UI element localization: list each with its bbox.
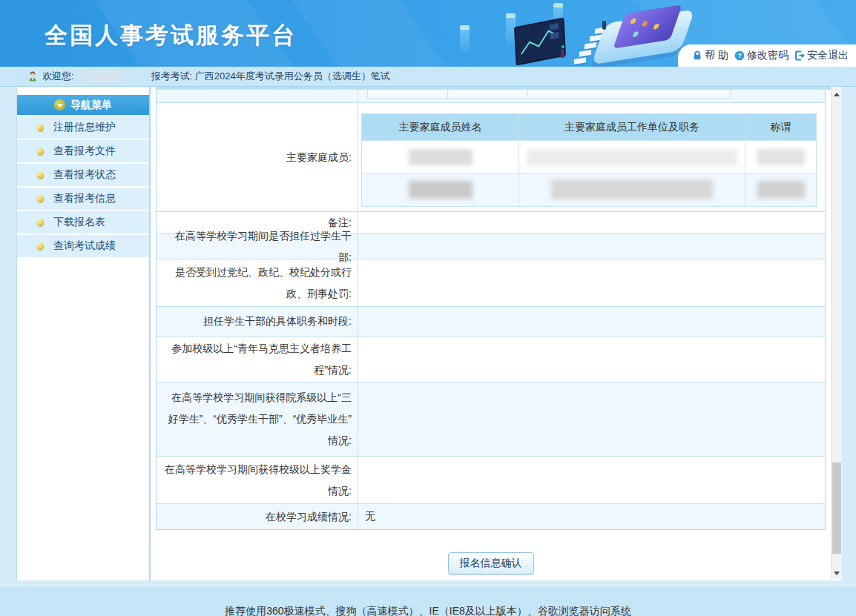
- logout-link[interactable]: 安全退出: [794, 49, 849, 62]
- site-header: 全国人事考试服务平台 帮 助 ? 修改密码 安全退出: [0, 0, 856, 67]
- family-member-row: [362, 173, 816, 206]
- lock-icon: [692, 50, 702, 61]
- member-workunit-redacted: [527, 149, 737, 165]
- row-label: 是否受到过党纪、政纪、校纪处分或行政、刑事处罚:: [157, 259, 358, 306]
- header-illustration: [444, 0, 681, 67]
- member-name-redacted: [409, 181, 473, 199]
- logout-icon: [794, 50, 805, 61]
- table-row-student-cadre: 在高等学校学习期间是否担任过学生干部:: [157, 234, 825, 259]
- sidebar-item-view-application-status[interactable]: 查看报考状态: [17, 164, 149, 186]
- bullet-icon: [37, 196, 44, 202]
- button-bar: 报名信息确认: [156, 552, 826, 574]
- table-row-academic-record: 在校学习成绩情况: 无: [157, 504, 825, 529]
- row-label: 参加校级以上“青年马克思主义者培养工程”情况:: [157, 337, 358, 382]
- bullet-icon: [37, 243, 44, 250]
- application-form-table: 主要家庭成员: 主要家庭成员姓名 主要家庭成员工作单位及职务 称谓: [156, 90, 826, 530]
- question-icon: ?: [734, 50, 745, 61]
- bullet-icon: [37, 148, 44, 155]
- member-relation-redacted: [757, 149, 805, 165]
- row-label: 主要家庭成员:: [157, 103, 358, 211]
- member-name-redacted: [409, 149, 473, 165]
- user-avatar-icon: [27, 70, 39, 82]
- row-value: 无: [358, 504, 825, 529]
- row-label: 担任学生干部的具体职务和时段:: [157, 307, 358, 336]
- illustration-person: [561, 49, 564, 58]
- arrow-down-icon: [834, 572, 840, 575]
- row-value: [358, 307, 825, 336]
- illustration-person: [602, 21, 606, 30]
- bullet-icon: [37, 219, 44, 226]
- scrollbar-up-button[interactable]: [832, 88, 842, 100]
- scrollbar-down-button[interactable]: [832, 567, 842, 579]
- member-workunit-redacted: [551, 180, 713, 199]
- row-value: [358, 457, 825, 503]
- row-label: 在高等学校学习期间是否担任过学生干部:: [157, 234, 358, 259]
- table-row-honor-awards: 在高等学校学习期间获得院系级以上“三好学生”、“优秀学生干部”、“优秀毕业生”情…: [157, 382, 825, 457]
- row-value: [358, 382, 825, 456]
- table-row-scholarship: 在高等学校学习期间获得校级以上奖学金情况:: [157, 457, 825, 504]
- member-relation-redacted: [757, 181, 805, 199]
- confirm-registration-button[interactable]: 报名信息确认: [448, 552, 534, 574]
- help-link[interactable]: 帮 助: [692, 49, 728, 62]
- row-value: [358, 234, 825, 259]
- svg-text:?: ?: [737, 52, 742, 59]
- main-area: 导航菜单 注册信息维护 查看报考文件 查看报考状态 查看报考信息 下载报名表: [0, 87, 856, 580]
- sidebar-item-download-registration-form[interactable]: 下载报名表: [17, 211, 149, 234]
- welcome-bar: 欢迎您: 报考考试: 广西2024年度考试录用公务员（选调生）笔试: [0, 67, 856, 87]
- table-row-cadre-duty-period: 担任学生干部的具体职务和时段:: [157, 307, 825, 337]
- scrollbar-thumb[interactable]: [832, 463, 841, 554]
- table-row-discipline-punishment: 是否受到过党纪、政纪、校纪处分或行政、刑事处罚:: [157, 259, 825, 307]
- family-member-row: [362, 141, 816, 173]
- row-value: [358, 259, 825, 306]
- sidebar-item-view-exam-documents[interactable]: 查看报考文件: [17, 140, 149, 162]
- row-value: [358, 337, 825, 382]
- utility-bar: 帮 助 ? 修改密码 安全退出: [678, 44, 856, 67]
- table-row-partial: [157, 90, 825, 103]
- exam-label: 报考考试: 广西2024年度考试录用公务员（选调生）笔试: [151, 70, 390, 83]
- username-redacted: [82, 72, 123, 82]
- table-row-family-members: 主要家庭成员: 主要家庭成员姓名 主要家庭成员工作单位及职务 称谓: [157, 103, 825, 212]
- column-header-workunit: 主要家庭成员工作单位及职务: [519, 114, 745, 140]
- row-label: 在校学习成绩情况:: [157, 504, 358, 529]
- sidebar-item-view-application-info[interactable]: 查看报考信息: [17, 188, 149, 210]
- site-footer: 推荐使用360极速模式、搜狗（高速模式）、IE（IE8及以上版本）、谷歌浏览器访…: [0, 584, 856, 616]
- sidebar-item-query-exam-results[interactable]: 查询考试成绩: [17, 235, 149, 257]
- site-title: 全国人事考试服务平台: [45, 20, 297, 51]
- column-header-name: 主要家庭成员姓名: [362, 114, 519, 140]
- illustration-pillar: [460, 28, 470, 53]
- row-value: [358, 212, 825, 234]
- row-label: 在高等学校学习期间获得院系级以上“三好学生”、“优秀学生干部”、“优秀毕业生”情…: [157, 382, 358, 456]
- column-header-relation: 称谓: [745, 114, 816, 140]
- bullet-icon: [37, 172, 44, 179]
- bullet-icon: [37, 125, 44, 131]
- cutoff-inner-table: [367, 90, 731, 99]
- sidebar-item-registration-info[interactable]: 注册信息维护: [17, 116, 149, 139]
- family-table-header: 主要家庭成员姓名 主要家庭成员工作单位及职务 称谓: [362, 114, 816, 141]
- browser-recommendation: 推荐使用360极速模式、搜狗（高速模式）、IE（IE8及以上版本）、谷歌浏览器访…: [0, 605, 856, 616]
- row-label: 在高等学校学习期间获得校级以上奖学金情况:: [157, 457, 358, 503]
- table-row-marxist-program: 参加校级以上“青年马克思主义者培养工程”情况:: [157, 337, 825, 382]
- sidebar: 导航菜单 注册信息维护 查看报考文件 查看报考状态 查看报考信息 下载报名表: [16, 87, 151, 580]
- nav-menu-header[interactable]: 导航菜单: [17, 95, 149, 115]
- welcome-greeting: 欢迎您:: [42, 70, 74, 83]
- collapse-icon: [54, 99, 65, 110]
- vertical-scrollbar[interactable]: [831, 88, 842, 579]
- illustration-screen: [514, 17, 566, 65]
- change-password-link[interactable]: ? 修改密码: [734, 49, 788, 62]
- form-content: 主要家庭成员: 主要家庭成员姓名 主要家庭成员工作单位及职务 称谓: [151, 87, 842, 580]
- family-members-table: 主要家庭成员姓名 主要家庭成员工作单位及职务 称谓: [361, 113, 817, 207]
- arrow-up-icon: [834, 93, 840, 96]
- content-panel: 导航菜单 注册信息维护 查看报考文件 查看报考状态 查看报考信息 下载报名表: [16, 87, 842, 580]
